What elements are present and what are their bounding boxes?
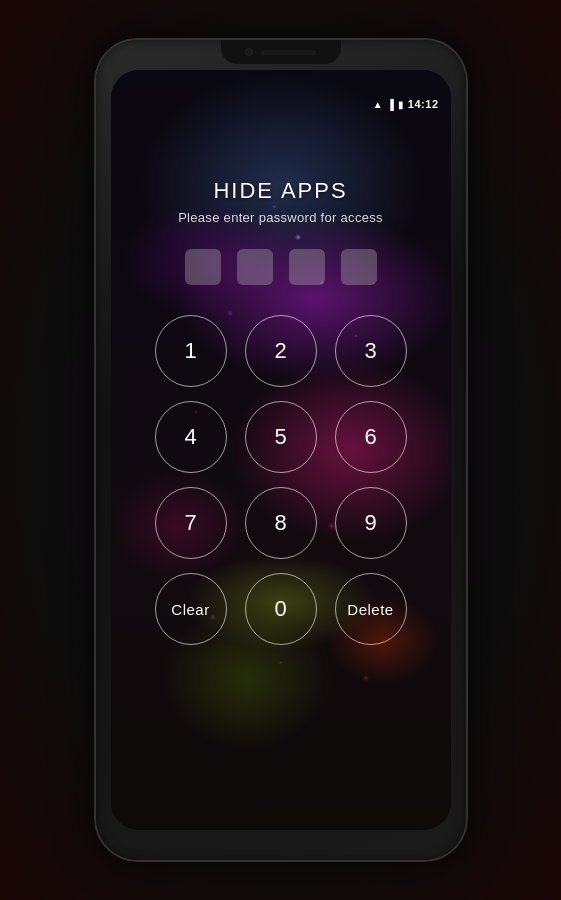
key-1[interactable]: 1 [155,315,227,387]
app-title: HIDE APPS [213,178,347,204]
keypad: 1 2 3 4 5 6 7 8 9 Clear 0 Delete [155,315,407,645]
key-2[interactable]: 2 [245,315,317,387]
status-time: 14:12 [408,98,439,110]
screen-content: ▲ ▐ ▮ 14:12 HIDE APPS Please enter passw… [111,70,451,830]
keypad-row-1: 1 2 3 [155,315,407,387]
phone-device: ▲ ▐ ▮ 14:12 HIDE APPS Please enter passw… [96,40,466,860]
key-0[interactable]: 0 [245,573,317,645]
key-delete[interactable]: Delete [335,573,407,645]
wifi-icon: ▲ [373,99,383,110]
pin-dot-3 [289,249,325,285]
signal-icon: ▐ [387,99,394,110]
pin-dots-container [185,249,377,285]
key-9[interactable]: 9 [335,487,407,559]
phone-screen: ▲ ▐ ▮ 14:12 HIDE APPS Please enter passw… [111,70,451,830]
key-6[interactable]: 6 [335,401,407,473]
keypad-row-4: Clear 0 Delete [155,573,407,645]
key-8[interactable]: 8 [245,487,317,559]
speaker-grille [261,50,316,55]
app-subtitle: Please enter password for access [178,210,383,225]
key-clear[interactable]: Clear [155,573,227,645]
pin-dot-2 [237,249,273,285]
pin-dot-1 [185,249,221,285]
status-bar: ▲ ▐ ▮ 14:12 [111,90,451,118]
key-4[interactable]: 4 [155,401,227,473]
phone-top-bar [221,40,341,64]
status-right: ▲ ▐ ▮ 14:12 [373,98,439,110]
key-7[interactable]: 7 [155,487,227,559]
pin-dot-4 [341,249,377,285]
keypad-row-3: 7 8 9 [155,487,407,559]
keypad-row-2: 4 5 6 [155,401,407,473]
front-camera [245,48,253,56]
key-3[interactable]: 3 [335,315,407,387]
battery-icon: ▮ [398,99,404,110]
key-5[interactable]: 5 [245,401,317,473]
